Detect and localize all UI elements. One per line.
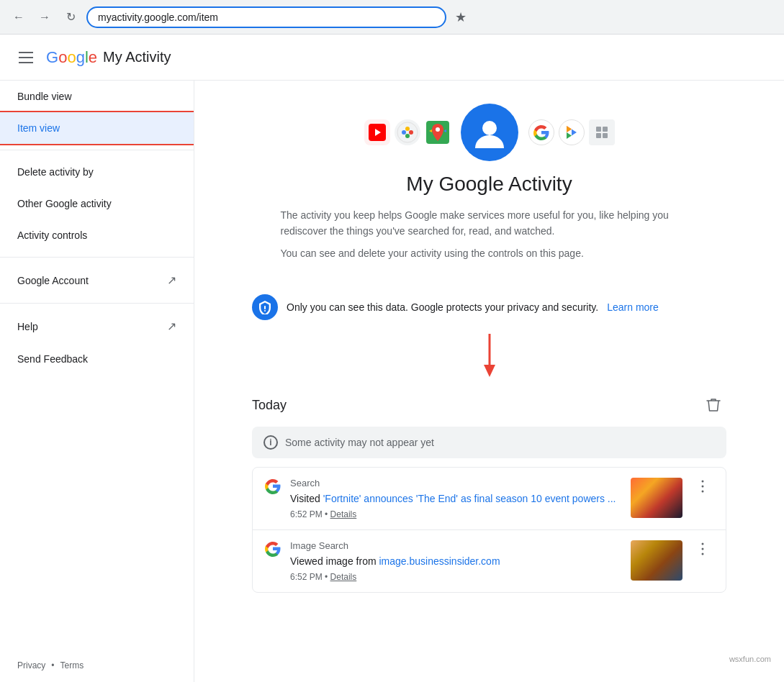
- svg-rect-12: [603, 127, 608, 132]
- activity-notice-text: Some activity may not appear yet: [285, 437, 434, 448]
- activity-notice: i Some activity may not appear yet: [252, 427, 726, 458]
- youtube-icon: [364, 119, 390, 145]
- external-link-icon: ↗: [167, 273, 176, 287]
- sidebar-item-delete-activity[interactable]: Delete activity by: [0, 156, 194, 188]
- svg-rect-11: [596, 127, 601, 132]
- shield-icon: [252, 294, 278, 320]
- activity-card-today: Search Visited 'Fortnite' announces 'The…: [252, 467, 726, 593]
- service-name-image-search: Image Search: [290, 540, 622, 551]
- hero-title: My Google Activity: [406, 173, 572, 196]
- app-icons-row: [364, 104, 615, 161]
- back-button[interactable]: ←: [9, 7, 29, 27]
- refresh-button[interactable]: ↻: [60, 7, 81, 27]
- details-link-image-search[interactable]: Details: [330, 572, 357, 582]
- svg-point-5: [405, 127, 410, 131]
- assistant-icon: [395, 119, 420, 145]
- play-store-icon: [559, 119, 585, 145]
- sidebar-divider-2: [0, 257, 194, 258]
- sidebar: Bundle view Item view Delete activity by…: [0, 81, 194, 682]
- svg-point-3: [402, 130, 406, 135]
- svg-point-2: [397, 122, 418, 142]
- google-text: Google: [46, 48, 97, 67]
- red-arrow-svg: [475, 330, 504, 381]
- sidebar-item-google-account[interactable]: Google Account ↗: [0, 263, 194, 297]
- activity-meta-image-search: 6:52 PM • Details: [290, 572, 622, 582]
- more-options-button-image-search[interactable]: [691, 537, 714, 560]
- activity-item-search: Search Visited 'Fortnite' announces 'The…: [253, 468, 726, 530]
- google-icon: [528, 119, 554, 145]
- svg-rect-13: [596, 133, 601, 138]
- section-date: Today: [252, 398, 287, 413]
- watermark: wsxfun.com: [725, 653, 775, 665]
- svg-point-6: [405, 134, 410, 138]
- terms-link[interactable]: Terms: [60, 660, 84, 670]
- address-bar[interactable]: [86, 6, 446, 28]
- sidebar-item-other-activity[interactable]: Other Google activity: [0, 188, 194, 219]
- browser-chrome: ← → ↻ ★: [0, 0, 784, 35]
- sidebar-item-help[interactable]: Help ↗: [0, 309, 194, 343]
- learn-more-link[interactable]: Learn more: [607, 301, 659, 313]
- sidebar-spacer: [0, 375, 194, 649]
- info-icon: i: [263, 435, 278, 450]
- hamburger-icon: [19, 52, 33, 63]
- app-title: My Activity: [103, 49, 171, 65]
- sidebar-divider-1: [0, 150, 194, 150]
- hamburger-menu-button[interactable]: [12, 43, 40, 72]
- external-link-icon-help: ↗: [167, 319, 176, 333]
- svg-point-8: [436, 127, 440, 132]
- sidebar-item-send-feedback[interactable]: Send Feedback: [0, 343, 194, 375]
- activity-title-image-search: Viewed image from image.businessinsider.…: [290, 554, 622, 569]
- activity-thumbnail-search: [631, 478, 682, 518]
- activity-title-search: Visited 'Fortnite' announces 'The End' a…: [290, 491, 622, 506]
- bookmark-star-icon[interactable]: ★: [455, 9, 467, 25]
- more-options-icon-image-search: [701, 542, 704, 555]
- trash-icon: [706, 397, 721, 413]
- forward-button[interactable]: →: [35, 7, 55, 27]
- svg-point-22: [702, 543, 704, 545]
- svg-point-24: [702, 553, 704, 555]
- activity-content-image-search: Image Search Viewed image from image.bus…: [290, 540, 622, 582]
- sidebar-item-item-view[interactable]: Item view: [0, 112, 194, 144]
- arrow-annotation: [194, 330, 784, 381]
- service-name-search: Search: [290, 478, 622, 488]
- svg-marker-18: [484, 365, 495, 377]
- svg-point-16: [264, 310, 266, 312]
- delete-section-button[interactable]: [700, 392, 726, 418]
- activity-thumbnail-image-search: [631, 540, 682, 581]
- svg-point-9: [482, 121, 497, 135]
- svg-rect-14: [603, 133, 608, 138]
- sidebar-divider-3: [0, 303, 194, 304]
- privacy-text: Only you can see this data. Google prote…: [287, 301, 598, 313]
- hero-description: The activity you keep helps Google make …: [281, 207, 698, 267]
- content-area: My Google Activity The activity you keep…: [194, 81, 784, 682]
- section-header: Today: [252, 392, 726, 418]
- google-search-icon: [264, 478, 281, 495]
- privacy-notice: Only you can see this data. Google prote…: [194, 284, 784, 330]
- maps-icon: [425, 119, 451, 145]
- svg-point-23: [702, 548, 704, 550]
- svg-point-4: [409, 130, 413, 135]
- svg-point-20: [702, 486, 704, 488]
- svg-rect-15: [264, 306, 266, 309]
- privacy-link[interactable]: Privacy: [17, 660, 45, 670]
- activity-content-search: Search Visited 'Fortnite' announces 'The…: [290, 478, 622, 519]
- activity-meta-search: 6:52 PM • Details: [290, 509, 622, 519]
- more-options-icon-search: [701, 480, 704, 493]
- more-options-button-search[interactable]: [691, 475, 714, 498]
- user-avatar: [461, 104, 518, 161]
- hero-section: My Google Activity The activity you keep…: [194, 81, 784, 284]
- activity-item-image-search: Image Search Viewed image from image.bus…: [253, 530, 726, 592]
- main-layout: Bundle view Item view Delete activity by…: [0, 81, 784, 682]
- google-image-search-icon: [264, 540, 281, 558]
- google-logo: Google: [46, 48, 97, 67]
- activity-section: Today i Some activity may not appear yet: [194, 381, 784, 604]
- app-header: Google My Activity: [0, 35, 784, 81]
- svg-point-21: [702, 491, 704, 493]
- sidebar-item-bundle-view[interactable]: Bundle view: [0, 81, 194, 112]
- sidebar-item-activity-controls[interactable]: Activity controls: [0, 219, 194, 251]
- svg-point-19: [702, 481, 704, 483]
- sidebar-footer: Privacy • Terms: [0, 649, 194, 682]
- activity-link-search[interactable]: 'Fortnite' announces 'The End' as final …: [323, 493, 616, 504]
- details-link-search[interactable]: Details: [330, 509, 357, 519]
- activity-link-image-search[interactable]: image.businessinsider.com: [379, 555, 500, 567]
